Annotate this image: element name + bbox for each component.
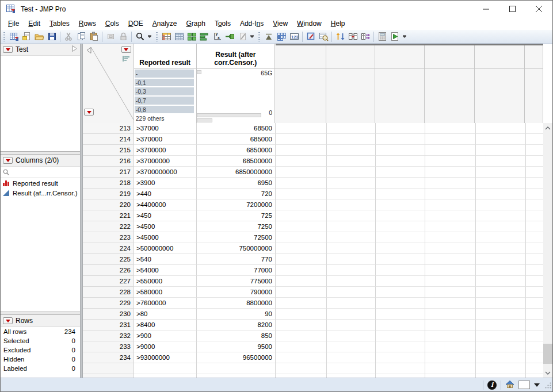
assign-icon[interactable] <box>223 30 236 43</box>
rows-stat-row[interactable]: Labeled 0 <box>1 364 80 373</box>
result-cell[interactable]: 6850000000 <box>197 167 276 178</box>
paste-icon[interactable] <box>87 30 100 43</box>
menu-item[interactable]: Analyze <box>148 18 182 30</box>
result-cell[interactable]: 725 <box>197 210 276 221</box>
collapse-panel-icon[interactable] <box>85 47 92 56</box>
result-cell[interactable]: 96500000 <box>197 352 276 363</box>
bar-chart-icon[interactable] <box>198 30 211 43</box>
row-number-cell[interactable]: 225 <box>83 254 134 265</box>
minimize-button[interactable] <box>473 1 499 18</box>
reported-result-cell[interactable]: >550000 <box>134 276 197 287</box>
result-cell[interactable]: 7250 <box>197 221 276 232</box>
close-button[interactable] <box>526 1 552 18</box>
reported-result-cell[interactable]: >900 <box>134 330 197 341</box>
reported-result-cell[interactable]: >37000 <box>134 123 197 134</box>
row-number-cell[interactable]: 213 <box>83 123 134 134</box>
row-number-cell[interactable]: 232 <box>83 330 134 341</box>
vertical-scrollbar[interactable] <box>543 123 552 378</box>
result-cell[interactable]: 77000 <box>197 265 276 276</box>
menu-item[interactable]: Window <box>292 18 326 30</box>
toolbar-grip[interactable] <box>3 32 5 41</box>
window-list-icon[interactable] <box>518 381 530 389</box>
reported-result-cell[interactable]: >540 <box>134 254 197 265</box>
result-cell[interactable]: 720 <box>197 189 276 199</box>
reported-result-cell[interactable]: >54000 <box>134 265 197 276</box>
result-cell[interactable]: 750000000 <box>197 243 276 254</box>
tabulate-icon[interactable] <box>173 30 185 43</box>
result-cell[interactable]: 6850000 <box>197 145 276 156</box>
menu-item[interactable]: File <box>3 18 24 30</box>
toolbar-overflow-icon[interactable] <box>249 32 255 42</box>
header-graph-icon[interactable] <box>122 55 130 64</box>
rows-red-triangle-icon[interactable] <box>84 109 94 116</box>
reported-result-cell[interactable]: >7600000 <box>134 298 197 309</box>
maximize-button[interactable] <box>499 1 526 18</box>
row-number-cell[interactable]: 223 <box>83 232 134 243</box>
rows-stat-row[interactable]: Excluded 0 <box>1 345 80 355</box>
column-header-reported-result[interactable]: Reported result - <box>134 44 197 123</box>
result-cell[interactable]: 72500 <box>197 232 276 243</box>
data-filter-icon[interactable] <box>304 30 317 43</box>
row-number-cell[interactable]: 217 <box>83 167 134 178</box>
row-number-cell[interactable]: 228 <box>83 287 134 298</box>
columns-search[interactable] <box>1 167 80 178</box>
reported-result-cell[interactable]: >9000 <box>134 341 197 352</box>
reported-result-cell[interactable]: >37000000 <box>134 156 197 167</box>
column-label[interactable]: Result (after corr.Censor.) <box>197 44 275 69</box>
new-script-icon[interactable] <box>20 30 33 43</box>
menu-item[interactable]: DOE <box>124 18 148 30</box>
row-number-cell[interactable]: 227 <box>83 276 134 287</box>
row-number-cell[interactable]: 220 <box>83 199 134 210</box>
reported-result-cell[interactable]: >4500 <box>134 221 197 232</box>
reported-result-cell[interactable]: >500000000 <box>134 243 197 254</box>
row-number-cell[interactable]: 226 <box>83 265 134 276</box>
search-icon[interactable] <box>134 30 146 43</box>
status-dropdown-icon[interactable] <box>534 383 540 387</box>
row-number-cell[interactable]: 218 <box>83 178 134 189</box>
toolbar-grip[interactable] <box>258 32 260 41</box>
join-tables-icon[interactable] <box>346 30 359 43</box>
reported-result-cell[interactable]: >450 <box>134 210 197 221</box>
save-icon[interactable] <box>45 30 58 43</box>
row-number-cell[interactable]: 214 <box>83 134 134 145</box>
red-triangle-menu-icon[interactable] <box>3 46 13 53</box>
header-graph-footer[interactable]: 229 others <box>134 114 196 123</box>
header-graph-category[interactable]: -0,8 <box>134 105 196 114</box>
column-label[interactable]: Reported result <box>134 44 196 69</box>
red-triangle-menu-icon[interactable] <box>3 157 13 164</box>
row-number-cell[interactable]: 233 <box>83 341 134 352</box>
menu-item[interactable]: Add-Ins <box>235 18 268 30</box>
row-number-cell[interactable]: 230 <box>83 309 134 320</box>
result-cell[interactable]: 685000 <box>197 134 276 145</box>
row-number-cell[interactable]: 215 <box>83 145 134 156</box>
red-triangle-menu-icon[interactable] <box>3 317 13 324</box>
home-icon[interactable] <box>505 380 514 390</box>
distribution-icon[interactable] <box>262 30 275 43</box>
result-cell[interactable]: 68500 <box>197 123 276 134</box>
info-icon[interactable]: i <box>487 381 497 390</box>
header-graph-category[interactable]: -0,1 <box>134 78 196 87</box>
menu-item[interactable]: Help <box>326 18 350 30</box>
reported-result-cell[interactable]: >8400 <box>134 320 197 330</box>
menu-item[interactable]: Cols <box>101 18 124 30</box>
rows-stat-row[interactable]: Hidden 0 <box>1 355 80 364</box>
split-tables-icon[interactable] <box>359 30 372 43</box>
result-cell[interactable]: 7200000 <box>197 199 276 210</box>
panel-dock-arrow-icon[interactable] <box>71 45 78 54</box>
open-icon[interactable] <box>33 30 45 43</box>
data-table-icon[interactable] <box>160 30 173 43</box>
row-number-cell[interactable]: 224 <box>83 243 134 254</box>
row-number-cell[interactable]: 216 <box>83 156 134 167</box>
reported-result-cell[interactable]: >4400000 <box>134 199 197 210</box>
reported-result-cell[interactable]: >580000 <box>134 287 197 298</box>
annotate-icon[interactable] <box>236 30 249 43</box>
result-cell[interactable]: 68500000 <box>197 156 276 167</box>
new-data-table-icon[interactable] <box>7 30 20 43</box>
menu-item[interactable]: Edit <box>24 18 45 30</box>
result-cell[interactable]: 850 <box>197 330 276 341</box>
row-number-cell[interactable]: 221 <box>83 210 134 221</box>
result-cell[interactable]: 8800000 <box>197 298 276 309</box>
resize-grip[interactable] <box>544 382 552 391</box>
toolbar-overflow-icon[interactable] <box>146 32 153 42</box>
menu-item[interactable]: Rows <box>74 18 101 30</box>
